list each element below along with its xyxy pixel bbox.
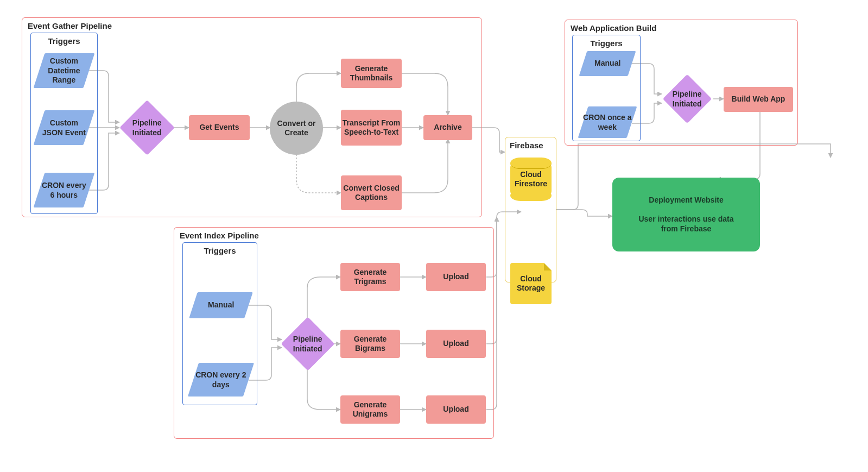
index-generate-unigrams: Generate Unigrams [340,395,400,424]
deployment-title: Deployment Website [649,196,723,205]
group-title-gather: Event Gather Pipeline [28,21,112,30]
gather-convert-cc: Convert Closed Captions [341,175,402,210]
group-title-index: Event Index Pipeline [180,231,259,240]
gather-convert-or-create-circle: Convert or Create [270,102,323,155]
gather-transcript-stt: Transcript From Speech-to-Text [341,110,402,146]
trigger-custom-datetime-range: Custom Datetime Range [34,53,95,88]
gather-generate-thumbnails: Generate Thumbnails [341,59,402,88]
index-upload-1: Upload [426,263,486,291]
deployment-website-box: Deployment Website User interactions use… [612,178,760,251]
trigger-manual-webapp: Manual [579,51,636,76]
group-title-webapp: Web Application Build [571,23,656,33]
deployment-subtitle: User interactions use data from Firebase [629,215,743,234]
index-upload-3: Upload [426,395,486,424]
trigger-cron-2-days: CRON every 2 days [188,363,254,397]
group-title-firebase: Firebase [510,141,543,150]
trigger-manual-index: Manual [189,292,253,318]
group-gather-triggers-title: Triggers [31,36,97,46]
gather-get-events: Get Events [189,115,250,140]
index-generate-trigrams: Generate Trigrams [340,263,400,291]
group-webapp-triggers-title: Triggers [573,39,640,48]
firebase-cloud-firestore-db-icon: Cloud Firestore [510,163,552,196]
index-generate-bigrams: Generate Bigrams [340,330,400,358]
index-upload-2: Upload [426,330,486,358]
webapp-build-web-app: Build Web App [724,87,793,112]
firebase-cloud-storage-file-icon: Cloud Storage [510,263,552,304]
group-index-triggers-title: Triggers [183,246,257,255]
trigger-cron-once-a-week: CRON once a week [578,106,637,138]
gather-archive: Archive [423,115,472,140]
